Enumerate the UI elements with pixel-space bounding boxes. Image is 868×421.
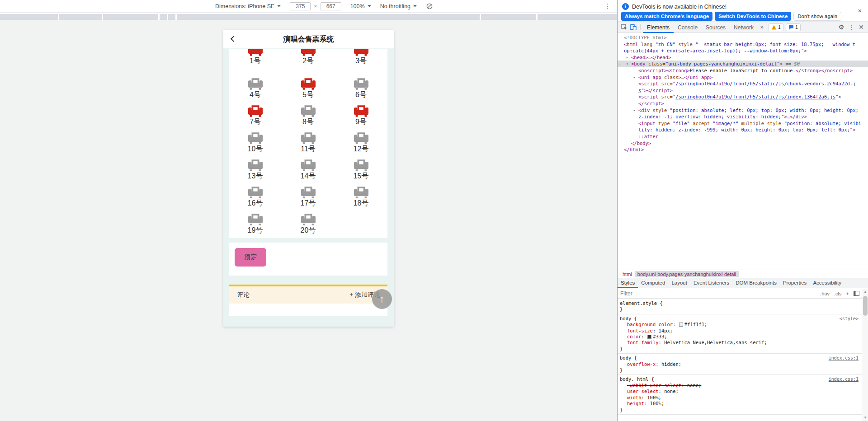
seat[interactable]: 14号 (282, 158, 335, 185)
chevron-right-icon[interactable]: ▸ (626, 55, 628, 61)
dom-tree-line[interactable]: </script> (618, 100, 868, 107)
style-property[interactable]: -webkit-user-select: none; (618, 383, 862, 388)
node-menu-icon[interactable]: ⋯ (618, 61, 621, 67)
stylesheet-link[interactable]: index.css:1 (829, 355, 859, 361)
tab-console[interactable]: Console (674, 22, 702, 33)
viewport-width-input[interactable] (290, 2, 311, 10)
seat[interactable]: 2号 (282, 49, 335, 76)
filter-control[interactable]: + (846, 291, 849, 296)
panel-toggle-icon[interactable] (854, 290, 859, 298)
style-property[interactable]: color: #333; (618, 334, 862, 340)
scroll-down-icon[interactable]: ▼ (862, 415, 868, 421)
dom-tree-line[interactable]: <script src="/springboot0n47u19u/front/h… (618, 80, 868, 87)
tab-sources[interactable]: Sources (702, 22, 730, 33)
sidebar-tab-computed[interactable]: Computed (638, 278, 668, 288)
seat[interactable]: 3号 (335, 49, 387, 76)
close-devtools-icon[interactable]: ✕ (857, 23, 866, 31)
chevron-right-icon[interactable]: ▸ (633, 75, 636, 81)
notification-button[interactable]: Don't show again (793, 12, 841, 21)
tab-elements[interactable]: Elements (643, 22, 674, 33)
sidebar-tab-layout[interactable]: Layout (668, 278, 690, 288)
seat[interactable]: 20号 (282, 212, 335, 238)
device-selector[interactable]: Dimensions: iPhone SE (215, 3, 281, 9)
tab-network[interactable]: Network (730, 22, 758, 33)
more-tabs-icon[interactable]: » (758, 24, 766, 30)
dom-tree-line[interactable]: lity: hidden; z-index: -999; width: 0px;… (618, 126, 868, 133)
dom-tree-line[interactable]: <input type="file" accept="image/*" mult… (618, 120, 868, 127)
seat[interactable]: 12号 (335, 131, 387, 158)
kebab-menu-icon[interactable]: ⋮ (847, 24, 856, 31)
block-icon[interactable] (426, 3, 433, 10)
dom-tree-line[interactable]: op:calc(44px + env(safe-area-inset-top))… (618, 47, 868, 54)
dom-tree-line[interactable]: ▸<div style="position: absolute; left: 0… (618, 107, 868, 114)
zoom-selector[interactable]: 100% (350, 3, 371, 9)
gear-icon[interactable]: ⚙ (837, 23, 846, 31)
style-property[interactable]: height: 100%; (618, 401, 862, 407)
back-icon[interactable] (231, 36, 237, 42)
sidebar-tab-styles[interactable]: Styles (618, 278, 638, 288)
filter-input[interactable]: Filter (620, 290, 816, 297)
sidebar-tab-properties[interactable]: Properties (780, 278, 810, 288)
seat[interactable]: 8号 (282, 103, 335, 131)
dom-tree-line[interactable]: <script src="/springboot0n47u19u/front/h… (618, 94, 868, 100)
dom-tree-line[interactable]: s"></script> (618, 87, 868, 94)
style-property[interactable]: font-size: 14px; (618, 328, 862, 334)
seat[interactable]: 9号 (335, 103, 387, 131)
throttling-selector[interactable]: No throttling (380, 3, 417, 9)
filter-control[interactable]: :hov (820, 291, 830, 296)
breadcrumb-item[interactable]: body.uni-body.pages-yanchanghuixinxi-det… (635, 271, 739, 277)
dom-tree-line[interactable]: </body> (618, 140, 868, 147)
close-icon[interactable]: × (858, 7, 862, 14)
dom-tree-line[interactable]: ::after (618, 133, 868, 140)
scrollbar-thumb[interactable] (863, 296, 868, 316)
scroll-up-icon[interactable]: ▲ (862, 289, 868, 295)
chevron-right-icon[interactable]: ▸ (633, 108, 636, 114)
seat[interactable]: 5号 (282, 76, 335, 103)
seat[interactable]: 17号 (282, 185, 335, 212)
seat[interactable]: 16号 (229, 185, 282, 212)
seat[interactable]: 7号 (229, 103, 282, 131)
seat[interactable]: 19号 (229, 212, 282, 238)
seat[interactable]: 11号 (282, 131, 335, 158)
dom-tree-line[interactable]: ▸<uni-app class>…</uni-app> (618, 74, 868, 81)
sidebar-tab-accessibility[interactable]: Accessibility (810, 278, 844, 288)
warnings-badge[interactable]: 1 (769, 23, 783, 31)
color-swatch[interactable] (679, 323, 683, 327)
seat[interactable]: 1号 (229, 49, 282, 76)
dom-tree-line[interactable]: z-index: -1; overflow: hidden; visibilit… (618, 113, 868, 120)
style-property[interactable]: overflow-x: hidden; (618, 361, 862, 367)
style-selector[interactable]: element.style { (618, 300, 862, 306)
more-options-icon[interactable]: ⋮ (604, 2, 611, 9)
style-property[interactable]: user-select: none; (618, 388, 862, 394)
dom-tree-line[interactable]: </html> (618, 146, 868, 153)
stylesheet-link[interactable]: <style> (840, 316, 859, 322)
sidebar-tab-event-listeners[interactable]: Event Listeners (690, 278, 732, 288)
seat[interactable]: 6号 (335, 76, 387, 103)
color-swatch[interactable] (647, 335, 651, 339)
notification-button[interactable]: Always match Chrome's language (621, 12, 712, 21)
style-selector[interactable]: body { (618, 316, 862, 322)
dom-tree-line[interactable]: <noscript><strong>Please enable JavaScri… (618, 67, 868, 74)
viewport-height-input[interactable] (321, 2, 341, 10)
style-selector[interactable]: body, html { (618, 376, 862, 382)
scrollbar[interactable]: ▲ ▼ (862, 289, 868, 421)
style-property[interactable]: background-color: #f1f1f1; (618, 322, 862, 327)
dom-tree-line[interactable]: <html lang="zh-CN" style="--status-bar-h… (618, 41, 868, 48)
back-to-top-button[interactable]: ↑ (372, 289, 392, 309)
stylesheet-link[interactable]: index.css:1 (829, 376, 859, 382)
dom-tree-line[interactable]: ⋯▾<body class="uni-body pages-yanchanghu… (618, 61, 868, 67)
sidebar-tab-dom-breakpoints[interactable]: DOM Breakpoints (732, 278, 780, 288)
chevron-down-icon[interactable]: ▾ (626, 61, 628, 68)
dom-tree-line[interactable]: <!DOCTYPE html> (618, 34, 868, 41)
notification-button[interactable]: Switch DevTools to Chinese (715, 12, 791, 21)
style-selector[interactable]: body { (618, 355, 862, 361)
reserve-button[interactable]: 预定 (235, 248, 266, 267)
breadcrumb-item[interactable]: html (620, 271, 635, 277)
seat[interactable]: 10号 (229, 131, 282, 158)
style-property[interactable]: width: 100%; (618, 395, 862, 401)
inspect-icon[interactable] (620, 24, 629, 30)
filter-control[interactable]: .cls (834, 291, 842, 296)
issues-badge[interactable]: 1 (786, 23, 801, 31)
seat[interactable]: 15号 (335, 158, 387, 185)
dom-tree-line[interactable]: ▸<head>…</head> (618, 54, 868, 61)
